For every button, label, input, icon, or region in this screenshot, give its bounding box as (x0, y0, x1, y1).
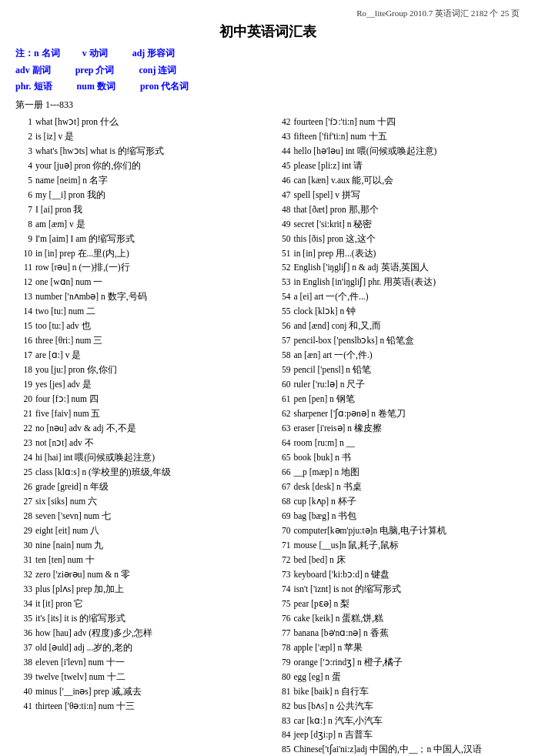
entry-content: five [faiv] num 五 (35, 406, 262, 421)
entry-num: 11 (15, 260, 32, 275)
header-info: Ro__liteGroup 2010.7 英语词汇 2182 个 25 页 (15, 8, 520, 19)
entry-content: a [ei] art 一(个,件...) (294, 289, 520, 304)
entry-content: thirteen ['θə:ti:n] num 十三 (35, 699, 262, 714)
entry-content: eraser [i'reisə] n 橡皮擦 (294, 421, 520, 436)
entry-num: 4 (15, 159, 32, 173)
right-column: 42fourteen ['fɔ:'ti:n] num 十四43fifteen [… (274, 115, 520, 756)
entry-num: 61 (274, 392, 291, 406)
entry-content: can [kæn] v.aux 能,可以,会 (294, 173, 520, 188)
list-item: 67desk [desk] n 书桌 (274, 480, 520, 494)
list-item: 31ten [ten] num 十 (15, 553, 262, 567)
entry-content: are [ɑ:] v 是 (35, 348, 262, 363)
list-item: 20four [fɔ:] num 四 (15, 392, 262, 406)
list-item: 35it's [its] it is 的缩写形式 (15, 611, 262, 626)
entry-num: 85 (274, 742, 291, 756)
entry-num: 26 (15, 480, 32, 494)
legend-prep: prep 介词 (66, 62, 115, 79)
list-item: 60ruler ['ru:lə] n 尺子 (274, 377, 520, 392)
list-item: 18you [ju:] pron 你,你们 (15, 363, 262, 377)
entry-num: 10 (15, 246, 32, 261)
entry-content: plus [plʌs] prep 加,加上 (35, 582, 262, 597)
entry-num: 1 (15, 115, 32, 129)
list-item: 11row [rəu] n (一)排,(一)行 (15, 260, 262, 275)
list-item: 33plus [plʌs] prep 加,加上 (15, 582, 262, 597)
entry-content: is [iz] v 是 (35, 129, 262, 144)
entry-content: fourteen ['fɔ:'ti:n] num 十四 (294, 115, 520, 129)
entry-num: 9 (15, 232, 32, 246)
entry-content: too [tu:] adv 也 (35, 319, 262, 333)
list-item: 68cup [kʌp] n 杯子 (274, 494, 520, 509)
entry-num: 60 (274, 377, 291, 392)
entry-num: 2 (15, 129, 32, 144)
entry-content: pencil ['pensl] n 铅笔 (294, 363, 520, 377)
list-item: 72bed [bed] n 床 (274, 553, 520, 567)
entry-content: eight [eit] num 八 (35, 524, 262, 538)
entry-num: 39 (15, 670, 32, 684)
entry-num: 56 (274, 319, 291, 333)
list-item: 32zero ['ziərəu] num & n 零 (15, 567, 262, 582)
entry-content: ruler ['ru:lə] n 尺子 (294, 377, 520, 392)
entry-num: 82 (274, 699, 291, 714)
entry-num: 43 (274, 129, 291, 144)
list-item: 74isn't ['iznt] is not 的缩写形式 (274, 582, 520, 597)
legend-adv: adv 副词 (15, 62, 51, 79)
entry-content: one [wɑn] num 一 (35, 275, 262, 289)
entry-num: 58 (274, 348, 291, 363)
entry-content: Chinese['tʃai'ni:z]adj 中国的,中__；n 中国人,汉语 (294, 742, 520, 756)
entry-num: 46 (274, 173, 291, 188)
entry-num: 78 (274, 641, 291, 655)
legend-v: v 动词 (75, 45, 108, 62)
entry-num: 69 (274, 509, 291, 524)
entry-content: bike [baik] n 自行车 (294, 684, 520, 699)
list-item: 81bike [baik] n 自行车 (274, 684, 520, 699)
entry-num: 50 (274, 232, 291, 246)
entry-content: please [pli:z] int 请 (294, 159, 520, 173)
entry-content: banana [bə'nɑ:nə] n 香蕉 (294, 626, 520, 641)
page-title: 初中英语词汇表 (15, 22, 520, 41)
entry-num: 16 (15, 333, 32, 348)
entry-num: 70 (274, 524, 291, 538)
entry-content: yes [jes] adv 是 (35, 377, 262, 392)
entry-content: apple ['æpl] n 苹果 (294, 641, 520, 655)
list-item: 55clock [klɔk] n 钟 (274, 304, 520, 319)
entry-content: that [ðæt] pron 那,那个 (294, 202, 520, 217)
entry-num: 52 (274, 260, 291, 275)
entry-content: secret ['si:krit] n 秘密 (294, 217, 520, 232)
entry-num: 36 (15, 626, 32, 641)
entry-num: 21 (15, 406, 32, 421)
entry-content: six [siks] num 六 (35, 494, 262, 509)
entry-content: I'm [aim] I am 的缩写形式 (35, 232, 262, 246)
entry-num: 31 (15, 553, 32, 567)
entry-content: fifteen ['fif'ti:n] num 十五 (294, 129, 520, 144)
list-item: 30nine [nain] num 九 (15, 538, 262, 553)
entry-content: what [hwɔt] pron 什么 (35, 115, 262, 129)
list-item: 43fifteen ['fif'ti:n] num 十五 (274, 129, 520, 144)
entry-content: what's [hwɔts] what is 的缩写形式 (35, 144, 262, 159)
list-item: 26grade [greid] n 年级 (15, 480, 262, 494)
entry-num: 25 (15, 465, 32, 480)
entry-content: my [__i] pron 我的 (35, 188, 262, 202)
legend-num: num 数词 (68, 79, 115, 95)
range-label: 第一册 1---833 (15, 99, 520, 112)
entry-content: bus [bʌs] n 公共汽车 (294, 699, 520, 714)
list-item: 66__p [mæp] n 地图 (274, 465, 520, 480)
list-item: 19yes [jes] adv 是 (15, 377, 262, 392)
entry-content: am [æm] v 是 (35, 217, 262, 232)
entry-num: 15 (15, 319, 32, 333)
entry-num: 19 (15, 377, 32, 392)
entry-content: twelve [twelv] num 十二 (35, 670, 262, 684)
entry-num: 32 (15, 567, 32, 582)
entry-content: you [ju:] pron 你,你们 (35, 363, 262, 377)
entry-content: class [klɑ:s] n (学校里的)班级,年级 (35, 465, 262, 480)
list-item: 76cake [keik] n 蛋糕,饼,糕 (274, 611, 520, 626)
entry-num: 6 (15, 188, 32, 202)
entry-content: isn't ['iznt] is not 的缩写形式 (294, 582, 520, 597)
list-item: 10in [in] prep 在...里(内,上) (15, 246, 262, 261)
entry-num: 67 (274, 480, 291, 494)
list-item: 36how [hau] adv (程度)多少,怎样 (15, 626, 262, 641)
list-item: 40minus ['__inəs] prep 减,减去 (15, 684, 262, 699)
legend-adj: adj 形容词 (123, 45, 176, 62)
entry-content: two [tu:] num 二 (35, 304, 262, 319)
entry-num: 30 (15, 538, 32, 553)
entry-content: clock [klɔk] n 钟 (294, 304, 520, 319)
